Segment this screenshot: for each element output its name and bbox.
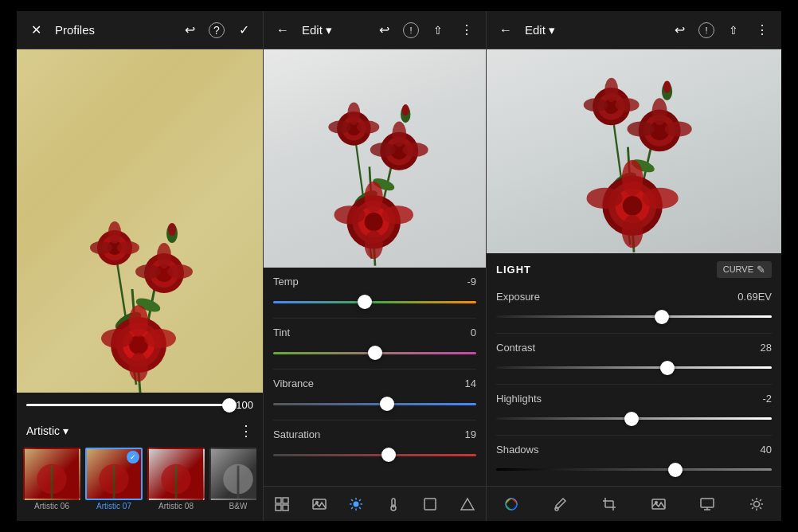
svg-point-52 <box>402 143 428 157</box>
svg-point-105 <box>615 98 639 111</box>
svg-point-44 <box>364 182 382 213</box>
contrast-label: Contrast <box>496 342 535 354</box>
svg-point-68 <box>354 501 359 507</box>
back-icon-middle[interactable]: ← <box>273 21 292 40</box>
highlights-slider-row: Highlights -2 <box>496 385 772 436</box>
profiles-panel: ✕ Profiles ↩ ? ✓ <box>17 11 264 521</box>
profile-category[interactable]: Artistic ▾ <box>26 424 68 437</box>
svg-point-99 <box>665 121 692 136</box>
triangle-icon[interactable] <box>453 490 482 518</box>
color-wheel-icon[interactable] <box>497 490 526 518</box>
svg-point-93 <box>587 187 623 208</box>
svg-point-98 <box>652 98 667 125</box>
flower-illustration-middle <box>311 49 439 268</box>
display-icon[interactable] <box>693 490 722 518</box>
sun-icon-right[interactable] <box>742 490 771 518</box>
profile-label-artistic08: Artistic 08 <box>147 502 205 510</box>
profile-thumb-artistic08[interactable]: Artistic 08 <box>147 448 205 510</box>
saturation-slider[interactable] <box>273 447 476 463</box>
svg-point-58 <box>356 121 378 134</box>
highlights-slider[interactable] <box>496 411 772 427</box>
svg-point-94 <box>622 214 643 248</box>
color-sliders-area: Temp -9 Tint 0 <box>264 268 486 486</box>
photo-preview-right <box>487 49 781 253</box>
profile-thumb-bw[interactable]: B&W <box>209 448 256 510</box>
crop-icon[interactable] <box>595 490 624 518</box>
photo-edit-icon[interactable] <box>305 490 334 518</box>
photo-preview-middle <box>264 49 486 268</box>
alert-icon-middle[interactable]: ! <box>403 22 419 38</box>
svg-line-73 <box>351 499 353 501</box>
light-sliders-area: Exposure 0.69EV Contrast 28 <box>487 283 781 487</box>
tint-slider[interactable] <box>273 345 476 361</box>
edit-title-middle[interactable]: Edit ▾ <box>302 23 332 37</box>
temp-slider[interactable] <box>273 294 476 310</box>
svg-point-23 <box>117 241 139 254</box>
svg-point-104 <box>604 77 618 101</box>
back-icon-right[interactable]: ← <box>496 21 515 40</box>
svg-line-128 <box>752 507 753 509</box>
light-title: LIGHT <box>496 264 531 276</box>
profile-label-artistic07: Artistic 07 <box>85 502 143 510</box>
undo-icon-right[interactable]: ↩ <box>670 21 689 40</box>
sun-icon[interactable] <box>342 490 370 518</box>
svg-line-126 <box>760 507 761 509</box>
help-icon[interactable]: ? <box>209 22 225 38</box>
profiles-header: ✕ Profiles ↩ ? ✓ <box>17 11 263 49</box>
shadows-label: Shadows <box>496 444 538 456</box>
profile-label-bw: B&W <box>209 502 256 510</box>
svg-rect-117 <box>701 499 714 507</box>
saturation-label: Saturation <box>273 428 320 440</box>
svg-point-108 <box>663 80 671 92</box>
profile-intensity-slider[interactable]: 100 <box>17 393 263 417</box>
contrast-slider[interactable] <box>496 360 772 376</box>
svg-point-10 <box>144 329 176 348</box>
light-section-header: LIGHT CURVE ✎ <box>487 253 781 283</box>
share-icon-middle[interactable]: ⇧ <box>428 21 448 40</box>
exposure-label: Exposure <box>496 291 540 303</box>
thermometer-icon[interactable] <box>379 490 408 518</box>
svg-point-61 <box>401 104 409 115</box>
more-icon-right[interactable]: ⋮ <box>753 21 772 40</box>
photo-icon-right[interactable] <box>644 490 673 518</box>
brush-icon[interactable] <box>546 490 574 518</box>
vibrance-slider-row: Vibrance 14 <box>273 370 476 421</box>
shadows-slider[interactable] <box>496 462 772 478</box>
svg-point-26 <box>168 223 176 236</box>
profile-thumb-artistic06[interactable]: Artistic 06 <box>23 448 80 510</box>
grid-icon[interactable] <box>268 490 296 518</box>
share-icon-right[interactable]: ⇧ <box>724 21 743 40</box>
svg-point-90 <box>623 196 643 216</box>
edit-header-middle: ← Edit ▾ ↩ ! ⇧ ⋮ <box>264 11 486 49</box>
svg-point-53 <box>370 143 395 157</box>
confirm-icon[interactable]: ✓ <box>234 21 253 40</box>
saturation-value: 19 <box>465 428 476 440</box>
flower-illustration-left <box>68 162 212 393</box>
svg-point-11 <box>101 329 133 348</box>
exposure-slider[interactable] <box>496 309 772 325</box>
curve-button[interactable]: CURVE ✎ <box>717 261 772 278</box>
undo-icon[interactable]: ↩ <box>180 21 199 40</box>
vibrance-slider[interactable] <box>273 396 476 412</box>
edit-light-panel: ← Edit ▾ ↩ ! ⇧ ⋮ <box>487 11 781 521</box>
square-icon[interactable] <box>416 490 444 518</box>
svg-rect-79 <box>393 504 393 508</box>
svg-point-106 <box>584 98 608 111</box>
profile-thumb-artistic07[interactable]: ✓ Artistic 07 <box>85 448 143 510</box>
edit-title-right[interactable]: Edit ▾ <box>525 23 555 37</box>
shadows-value: 40 <box>761 444 772 456</box>
close-icon[interactable]: ✕ <box>26 21 45 40</box>
svg-point-22 <box>108 221 121 244</box>
right-bottom-toolbar <box>487 486 781 521</box>
more-icon-middle[interactable]: ⋮ <box>457 21 476 40</box>
svg-line-127 <box>760 499 761 501</box>
alert-icon-right[interactable]: ! <box>698 22 714 38</box>
svg-point-43 <box>364 213 382 231</box>
svg-rect-63 <box>283 498 288 503</box>
undo-icon-middle[interactable]: ↩ <box>374 21 393 40</box>
svg-point-59 <box>328 121 350 134</box>
edit-header-right: ← Edit ▾ ↩ ! ⇧ ⋮ <box>487 11 781 49</box>
profile-menu-icon[interactable]: ⋮ <box>239 422 253 440</box>
vibrance-value: 14 <box>465 377 476 389</box>
profiles-title: Profiles <box>55 23 170 37</box>
